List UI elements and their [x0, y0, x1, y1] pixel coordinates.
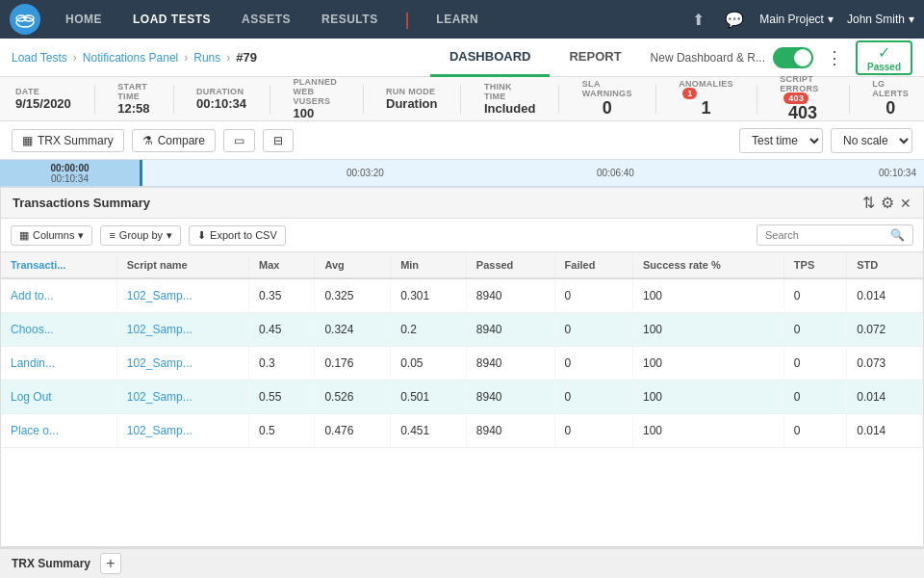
breadcrumb-notifications[interactable]: Notifications Panel [83, 51, 178, 65]
cell-success: 100 [633, 381, 784, 414]
cell-transaction: Log Out [1, 381, 116, 414]
cell-std: 0.072 [847, 313, 923, 347]
cell-min: 0.05 [391, 347, 467, 381]
col-passed: Passed [466, 252, 554, 278]
col-transaction: Transacti... [1, 252, 116, 278]
close-icon[interactable]: ✕ [900, 196, 911, 211]
tab-dashboard[interactable]: DASHBOARD [430, 39, 551, 77]
col-tps: TPS [783, 252, 846, 278]
anomalies-label: ANOMALIES 1 [679, 79, 733, 98]
tab-report[interactable]: REPORT [550, 39, 640, 77]
split-panel-button[interactable]: ⊟ [263, 129, 294, 152]
time-select[interactable]: Test time [739, 128, 823, 153]
cell-failed: 0 [554, 347, 632, 381]
trx-summary-label: TRX Summary [38, 134, 114, 147]
lg-label: LG ALERTS [872, 79, 909, 98]
columns-label: Columns [33, 229, 74, 241]
nav-load-tests[interactable]: LOAD TESTS [127, 9, 217, 30]
export-icon: ⬇ [197, 229, 206, 242]
nav-results[interactable]: RESULTS [316, 9, 384, 30]
script-label: SCRIPT ERRORS 403 [780, 74, 826, 103]
cell-transaction: Landin... [1, 347, 116, 381]
table-row[interactable]: Add to...102_Samp...0.350.3250.301894001… [1, 278, 923, 313]
cell-failed: 0 [554, 414, 632, 448]
transactions-table: Transacti... Script name Max Avg Min Pas… [1, 252, 923, 448]
timeline-selection[interactable]: 00:00:00 00:10:34 [0, 160, 140, 186]
header-actions: ⇅ ⚙ ✕ [862, 194, 911, 212]
cell-script: 102_Samp... [116, 278, 248, 313]
columns-button[interactable]: ▦ Columns ▾ [11, 225, 92, 246]
transactions-title: Transactions Summary [13, 196, 150, 210]
planned-label: PLANNED WEB VUSERS [293, 77, 339, 106]
upload-icon[interactable]: ⬆ [686, 8, 709, 31]
table-row[interactable]: Log Out102_Samp...0.550.5260.50189400100… [1, 381, 923, 414]
cell-passed: 8940 [466, 414, 554, 448]
chevron-columns: ▾ [78, 229, 84, 242]
chevron-group: ▾ [167, 229, 172, 242]
search-icon: 🔍 [890, 228, 905, 242]
group-by-label: Group by [119, 229, 163, 241]
search-input[interactable] [765, 229, 890, 241]
breadcrumb-sep-1: › [73, 51, 77, 65]
split-icon: ⊟ [273, 134, 283, 147]
duration-label: DURATION [196, 87, 246, 96]
cell-script: 102_Samp... [116, 347, 248, 381]
svg-point-0 [16, 17, 34, 27]
table-controls: ▦ Columns ▾ ≡ Group by ▾ ⬇ Export to CSV… [1, 219, 923, 252]
nav-separator: | [405, 10, 410, 30]
table-row[interactable]: Place o...102_Samp...0.50.4760.451894001… [1, 414, 923, 448]
breadcrumb-runs[interactable]: Runs [193, 51, 220, 65]
cell-max: 0.5 [249, 414, 315, 448]
check-icon: ✓ [878, 43, 890, 62]
add-panel-button[interactable]: + [100, 553, 121, 574]
trx-summary-button[interactable]: ▦ TRX Summary [12, 129, 124, 152]
user-menu[interactable]: John Smith ▾ [847, 13, 914, 26]
run-mode-label: RUN MODE [386, 87, 437, 96]
search-box[interactable]: 🔍 [757, 224, 913, 246]
group-by-button[interactable]: ≡ Group by ▾ [100, 225, 181, 246]
chat-icon[interactable]: 💬 [723, 8, 746, 31]
cell-avg: 0.526 [315, 381, 391, 414]
anomaly-badge: 1 [682, 88, 697, 99]
single-panel-button[interactable]: ▭ [223, 129, 255, 152]
planned-value: 100 [293, 106, 339, 120]
breadcrumb-load-tests[interactable]: Load Tests [12, 51, 67, 65]
cell-min: 0.301 [391, 278, 467, 313]
stat-sla: SLA WARNINGS 0 [582, 79, 632, 118]
cell-avg: 0.324 [315, 313, 391, 347]
compare-button[interactable]: ⚗ Compare [132, 129, 216, 152]
dashboard-toggle[interactable] [773, 47, 813, 68]
cell-success: 100 [633, 313, 784, 347]
project-selector[interactable]: Main Project ▾ [759, 13, 834, 26]
cell-failed: 0 [554, 381, 632, 414]
table-icon: ▦ [22, 134, 33, 147]
export-csv-button[interactable]: ⬇ Export to CSV [189, 225, 286, 246]
cell-success: 100 [633, 347, 784, 381]
stat-lg-alerts: LG ALERTS 0 [872, 79, 909, 118]
table-wrapper[interactable]: Transacti... Script name Max Avg Min Pas… [1, 252, 923, 448]
stat-duration: DURATION 00:10:34 [196, 87, 246, 111]
table-row[interactable]: Landin...102_Samp...0.30.1760.0589400100… [1, 347, 923, 381]
breadcrumb-current: #79 [236, 50, 257, 65]
timeline-mid2: 00:06:40 [597, 168, 634, 178]
sort-icon[interactable]: ⇅ [862, 194, 875, 212]
nav-learn[interactable]: LEARN [430, 9, 484, 30]
more-options-button[interactable]: ⋮ [821, 44, 848, 71]
settings-icon[interactable]: ⚙ [881, 194, 894, 212]
columns-icon: ▦ [19, 229, 29, 242]
date-label: DATE [15, 87, 71, 96]
cell-passed: 8940 [466, 381, 554, 414]
passed-badge: ✓ Passed [856, 40, 912, 75]
cell-script: 102_Samp... [116, 313, 248, 347]
main-content: Load Tests › Notifications Panel › Runs … [0, 39, 924, 578]
cell-success: 100 [633, 278, 784, 313]
scale-select[interactable]: No scale [831, 128, 912, 153]
timeline-end: 00:10:34 [879, 168, 916, 178]
cell-tps: 0 [783, 414, 846, 448]
tab-area: DASHBOARD REPORT [430, 39, 641, 77]
table-head: Transacti... Script name Max Avg Min Pas… [1, 252, 923, 278]
table-row[interactable]: Choos...102_Samp...0.450.3240.2894001000… [1, 313, 923, 347]
cell-transaction: Add to... [1, 278, 116, 313]
nav-home[interactable]: HOME [60, 9, 108, 30]
nav-assets[interactable]: ASSETS [236, 9, 296, 30]
